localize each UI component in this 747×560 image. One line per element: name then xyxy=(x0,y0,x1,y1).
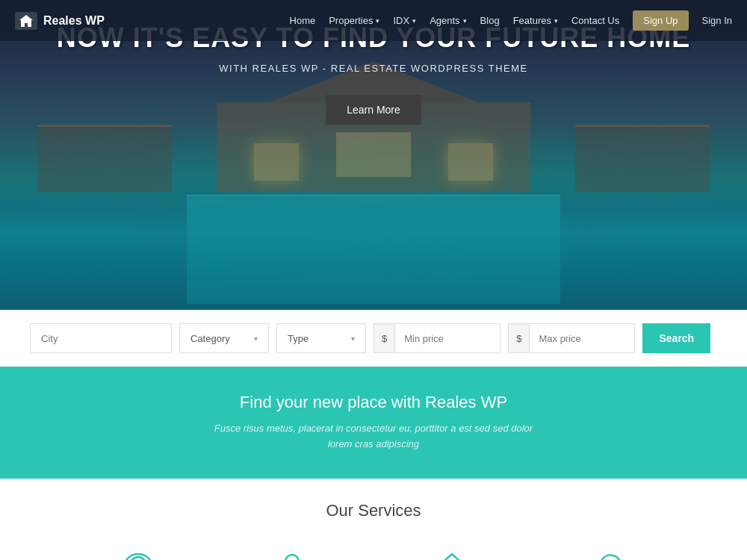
teal-subtext: Fusce risus metus, placerat in consectet… xyxy=(15,421,732,452)
location-pin-icon xyxy=(116,547,161,560)
signup-button[interactable]: Sign Up xyxy=(633,10,688,31)
services-section: Our Services xyxy=(0,479,747,560)
teal-promo-section: Find your new place with Reales WP Fusce… xyxy=(0,367,747,479)
person-search-icon xyxy=(273,547,317,560)
service-location xyxy=(116,547,161,560)
logo[interactable]: Reales WP xyxy=(15,12,105,30)
hero-light-center xyxy=(336,132,411,177)
type-select[interactable]: Type ▾ xyxy=(276,323,366,353)
house-icon xyxy=(430,547,474,560)
search-button[interactable]: Search xyxy=(642,323,710,353)
category-select[interactable]: Category ▾ xyxy=(179,323,269,353)
min-price-group: $ xyxy=(374,323,500,353)
signin-button[interactable]: Sign In xyxy=(702,15,732,26)
currency-symbol-max: $ xyxy=(509,324,530,352)
nav-agents[interactable]: Agents ▾ xyxy=(430,15,466,26)
hero-section: NOW IT'S EASY TO FIND YOUR FUTURE HOME W… xyxy=(0,0,747,310)
max-price-input[interactable] xyxy=(530,324,634,352)
service-upload xyxy=(586,547,631,560)
chevron-down-icon: ▾ xyxy=(554,17,558,25)
teal-heading: Find your new place with Reales WP xyxy=(15,393,732,412)
chevron-down-icon: ▾ xyxy=(463,17,467,25)
nav-blog[interactable]: Blog xyxy=(480,15,500,26)
nav-contact[interactable]: Contact Us xyxy=(571,15,619,26)
hero-light-right xyxy=(448,143,493,181)
nav-properties[interactable]: Properties ▾ xyxy=(329,15,379,26)
hero-cta-button[interactable]: Learn More xyxy=(326,95,421,125)
search-bar: Category ▾ Type ▾ $ $ Search xyxy=(0,310,747,367)
city-input[interactable] xyxy=(30,323,172,353)
cloud-upload-icon xyxy=(586,547,631,560)
service-agent xyxy=(273,547,317,560)
home-logo-icon xyxy=(19,15,33,27)
nav-features[interactable]: Features ▾ xyxy=(513,15,558,26)
currency-symbol-min: $ xyxy=(374,324,395,352)
min-price-input[interactable] xyxy=(395,324,500,352)
chevron-down-icon: ▾ xyxy=(254,335,258,343)
logo-icon xyxy=(15,12,37,30)
max-price-group: $ xyxy=(508,323,635,353)
nav-home[interactable]: Home xyxy=(290,15,316,26)
hero-light-left xyxy=(254,143,299,181)
chevron-down-icon: ▾ xyxy=(376,17,379,25)
hero-building-right xyxy=(575,125,710,192)
logo-text: Reales WP xyxy=(43,14,105,28)
hero-pool xyxy=(187,195,560,303)
hero-subtitle: WITH REALES WP - REAL ESTATE WORDPRESS T… xyxy=(0,63,747,74)
header: Reales WP Home Properties ▾ IDX ▾ Agents… xyxy=(0,0,747,41)
services-icons-row xyxy=(15,547,732,560)
services-title: Our Services xyxy=(15,501,732,520)
svg-point-0 xyxy=(131,557,146,560)
svg-point-1 xyxy=(285,555,299,560)
main-nav: Home Properties ▾ IDX ▾ Agents ▾ Blog Fe… xyxy=(290,10,732,31)
nav-idx[interactable]: IDX ▾ xyxy=(393,15,416,26)
chevron-down-icon: ▾ xyxy=(412,17,416,25)
chevron-down-icon: ▾ xyxy=(351,335,355,343)
service-home xyxy=(430,547,474,560)
hero-building-left xyxy=(37,125,172,192)
